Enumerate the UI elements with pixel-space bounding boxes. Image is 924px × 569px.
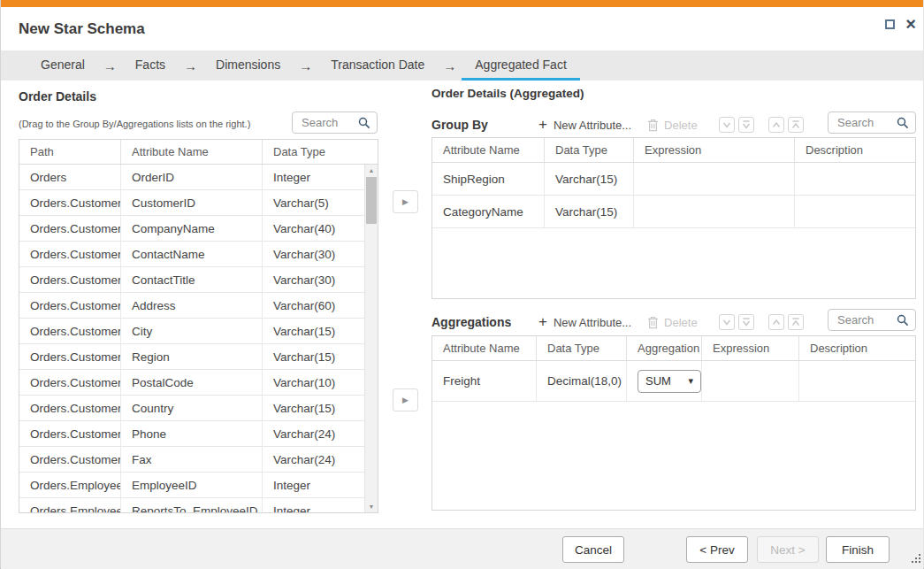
plus-icon: +: [538, 313, 547, 331]
cell: Orders.Customers: [19, 190, 121, 215]
column-header: Data Type: [545, 138, 634, 162]
cell: Varchar(15): [263, 319, 364, 343]
delete-button[interactable]: Delete: [647, 119, 698, 132]
prev-button[interactable]: < Prev: [686, 536, 748, 563]
table-header: Attribute NameData TypeAggregationExpres…: [432, 336, 915, 361]
scroll-up-icon[interactable]: ▲: [365, 167, 378, 173]
cell: Integer: [263, 473, 364, 497]
tab-general[interactable]: General: [27, 50, 98, 81]
reorder-buttons: [719, 117, 804, 133]
search-input[interactable]: [836, 115, 897, 130]
move-to-bottom-button[interactable]: [738, 314, 754, 330]
title-bar: New Star Schema ×: [1, 7, 923, 50]
table-body: ShipRegionVarchar(15)CategoryNameVarchar…: [432, 163, 915, 228]
cell: Varchar(15): [263, 396, 364, 420]
finish-button[interactable]: Finish: [826, 536, 890, 563]
table-row[interactable]: Orders.CustomersAddressVarchar(60): [19, 293, 364, 319]
step-arrow-icon: →: [179, 50, 202, 81]
cell: Orders.Customers: [19, 242, 121, 266]
move-down-button[interactable]: [719, 117, 735, 133]
next-button[interactable]: Next >: [757, 536, 819, 563]
wizard-steps: General → Facts → Dimensions → Transacti…: [1, 50, 923, 81]
cell: Freight: [432, 361, 537, 401]
cell: Orders.Employees: [19, 498, 121, 513]
cell: Varchar(30): [263, 242, 364, 266]
table-row[interactable]: FreightDecimal(18,0)SUM▾: [432, 361, 915, 402]
cell: Varchar(30): [263, 267, 364, 292]
cell: Integer: [263, 498, 364, 513]
cell: Orders.Customers: [19, 319, 121, 343]
table-row[interactable]: OrdersOrderIDInteger: [19, 165, 364, 190]
column-header: Description: [799, 336, 915, 360]
table-row[interactable]: Orders.CustomersCompanyNameVarchar(40): [19, 216, 364, 242]
column-header: Expression: [702, 336, 799, 360]
cell: Orders.Customers: [19, 370, 121, 395]
group-by-search: [828, 111, 916, 134]
table-row[interactable]: Orders.EmployeesReportsTo_EmployeeIDInte…: [19, 498, 364, 513]
move-to-top-button[interactable]: [788, 117, 804, 133]
chevron-down-icon: [722, 317, 732, 327]
drag-hint: (Drag to the Group By/Aggregations lists…: [19, 119, 250, 129]
maximize-icon[interactable]: [885, 19, 895, 29]
table-row[interactable]: Orders.CustomersRegionVarchar(15): [19, 344, 364, 370]
table-row[interactable]: CategoryNameVarchar(15): [432, 196, 915, 228]
chevron-down-icon: ▾: [688, 375, 693, 387]
table-row[interactable]: Orders.CustomersCustomerIDVarchar(5): [19, 190, 364, 216]
tab-facts[interactable]: Facts: [122, 50, 179, 81]
search-input[interactable]: [300, 115, 358, 130]
chevron-down-bar-icon: [741, 119, 752, 130]
step-arrow-icon: →: [294, 50, 317, 81]
cancel-button[interactable]: Cancel: [562, 536, 624, 563]
cell: Country: [121, 396, 263, 420]
close-icon[interactable]: ×: [905, 18, 916, 30]
search-input[interactable]: [836, 312, 897, 327]
tab-transaction-date[interactable]: Transaction Date: [317, 50, 438, 81]
tab-dimensions[interactable]: Dimensions: [202, 50, 294, 81]
move-up-button[interactable]: [768, 117, 784, 133]
cell: Orders: [19, 165, 121, 189]
table-row[interactable]: Orders.CustomersContactTitleVarchar(30): [19, 267, 364, 293]
delete-button[interactable]: Delete: [647, 316, 698, 329]
trash-icon: [647, 119, 659, 132]
page-title: New Star Schema: [1, 7, 923, 38]
cell: Varchar(15): [263, 344, 364, 369]
move-down-button[interactable]: [719, 314, 735, 330]
tab-aggregated-fact[interactable]: Aggregated Fact: [462, 50, 580, 81]
step-arrow-icon: →: [438, 50, 462, 81]
cell: CompanyName: [121, 216, 263, 241]
table-row[interactable]: Orders.CustomersPostalCodeVarchar(10): [19, 370, 364, 396]
plus-icon: +: [538, 116, 547, 134]
cell: EmployeeID: [121, 473, 263, 497]
search-icon: [897, 314, 909, 327]
table-row[interactable]: Orders.CustomersFaxVarchar(24): [19, 447, 364, 473]
move-to-top-button[interactable]: [788, 314, 804, 330]
new-attribute-button[interactable]: + New Attribute...: [538, 116, 631, 134]
table-row[interactable]: Orders.EmployeesEmployeeIDInteger: [19, 473, 364, 498]
move-to-bottom-button[interactable]: [738, 117, 754, 133]
table-row[interactable]: Orders.CustomersContactNameVarchar(30): [19, 242, 364, 267]
cell: Orders.Employees: [19, 473, 121, 497]
resize-grip[interactable]: [909, 554, 920, 565]
table-row[interactable]: Orders.CustomersCityVarchar(15): [19, 319, 364, 344]
table-row[interactable]: Orders.CustomersPhoneVarchar(24): [19, 421, 364, 447]
column-header: Aggregation: [627, 336, 702, 360]
column-header: Attribute Name: [121, 140, 263, 164]
vertical-scrollbar[interactable]: ▲ ▼: [364, 165, 378, 512]
target-panel-title: Order Details (Aggregated): [431, 87, 584, 100]
aggregation-select[interactable]: SUM▾: [638, 370, 701, 393]
cell: Varchar(15): [545, 196, 634, 227]
add-to-group-by-button[interactable]: ▶: [393, 190, 418, 213]
scroll-down-icon[interactable]: ▼: [365, 504, 378, 510]
cell: Phone: [121, 421, 263, 446]
accent-bar: [1, 0, 923, 7]
chevron-up-icon: [771, 317, 782, 327]
cell: ReportsTo_EmployeeID: [121, 498, 263, 513]
scrollbar-thumb[interactable]: [366, 177, 377, 224]
table-row[interactable]: Orders.CustomersCountryVarchar(15): [19, 396, 364, 421]
cell: [799, 361, 915, 401]
table-row[interactable]: ShipRegionVarchar(15): [432, 163, 915, 196]
move-up-button[interactable]: [768, 314, 784, 330]
add-to-aggregations-button[interactable]: ▶: [393, 388, 418, 411]
new-attribute-button[interactable]: + New Attribute...: [538, 313, 631, 331]
cell: ShipRegion: [432, 163, 545, 195]
